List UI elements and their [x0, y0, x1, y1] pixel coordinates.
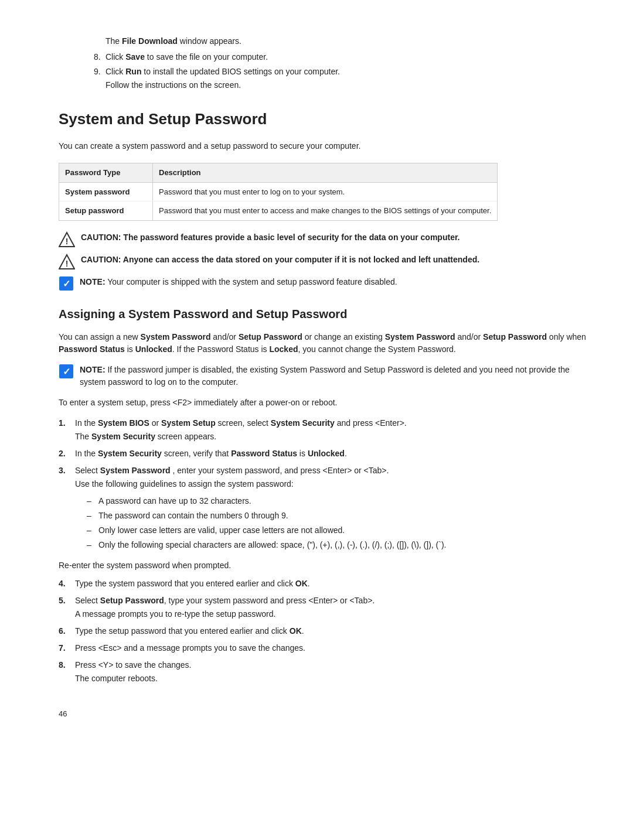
table-row-system: System password Password that you must e…	[59, 183, 497, 202]
caution-1: ! CAUTION: The password features provide…	[59, 231, 586, 248]
intro-step-9-follow: Follow the instructions on the screen.	[106, 79, 586, 91]
step-2-num: 2.	[59, 448, 66, 460]
setup-password-type: Setup password	[59, 202, 153, 220]
steps-list-2: 4. Type the system password that you ent…	[59, 578, 586, 685]
system-password-type: System password	[59, 183, 153, 202]
table-header-row: Password Type Description	[59, 163, 497, 183]
guideline-4: Only the following special characters ar…	[87, 539, 586, 551]
step-5: 5. Select Setup Password, type your syst…	[59, 595, 586, 620]
step-5-follow: A message prompts you to re-type the set…	[75, 608, 586, 620]
caution-2-text: CAUTION: Anyone can access the data stor…	[81, 254, 479, 266]
step-4: 4. Type the system password that you ent…	[59, 578, 586, 590]
svg-text:✓: ✓	[63, 367, 70, 377]
intro-step-9: Click Run to install the updated BIOS se…	[94, 66, 586, 91]
system-password-desc: Password that you must enter to log on t…	[153, 183, 497, 202]
guideline-1: A password can have up to 32 characters.	[87, 495, 586, 507]
step-8-num: 8.	[59, 659, 66, 671]
subsection-title: Assigning a System Password and Setup Pa…	[59, 305, 586, 323]
step-4-num: 4.	[59, 578, 66, 590]
svg-text:!: !	[66, 259, 69, 268]
step-3-num: 3.	[59, 465, 66, 477]
svg-text:✓: ✓	[63, 279, 70, 289]
step-6-num: 6.	[59, 625, 66, 637]
note-icon-1: ✓	[59, 276, 74, 291]
col-desc-header: Description	[153, 163, 497, 182]
note-2-text: NOTE: If the password jumper is disabled…	[80, 364, 586, 388]
note-icon-2: ✓	[59, 364, 74, 379]
caution-2: ! CAUTION: Anyone can access the data st…	[59, 254, 586, 270]
step-8-follow: The computer reboots.	[75, 672, 586, 685]
step-7: 7. Press <Esc> and a message prompts you…	[59, 642, 586, 654]
step-3: 3. Select System Password , enter your s…	[59, 465, 586, 551]
section-title: System and Setup Password	[59, 108, 586, 131]
caution-icon-1: !	[59, 231, 75, 248]
password-table: Password Type Description System passwor…	[59, 163, 498, 221]
guideline-2: The password can contain the numbers 0 t…	[87, 510, 586, 522]
step-1: 1. In the System BIOS or System Setup sc…	[59, 417, 586, 443]
subsection-intro: You can assign a new System Password and…	[59, 331, 586, 356]
note-1-text: NOTE: Your computer is shipped with the …	[80, 276, 397, 288]
step-5-num: 5.	[59, 595, 66, 607]
step-8: 8. Press <Y> to save the changes. The co…	[59, 659, 586, 685]
intro-step-8: Click Save to save the file on your comp…	[94, 51, 586, 63]
caution-icon-2: !	[59, 254, 75, 270]
svg-text:!: !	[66, 237, 69, 246]
caution-1-text: CAUTION: The password features provide a…	[81, 231, 460, 244]
table-row-setup: Setup password Password that you must en…	[59, 202, 497, 220]
step-2: 2. In the System Security screen, verify…	[59, 448, 586, 460]
step-1-follow: The System Security screen appears.	[75, 431, 586, 443]
page-number: 46	[59, 708, 586, 720]
col-type-header: Password Type	[59, 163, 153, 182]
step-7-num: 7.	[59, 642, 66, 654]
guidelines-list: A password can have up to 32 characters.…	[87, 495, 586, 551]
note-1: ✓ NOTE: Your computer is shipped with th…	[59, 276, 586, 291]
guideline-3: Only lower case letters are valid, upper…	[87, 524, 586, 537]
step-6: 6. Type the setup password that you ente…	[59, 625, 586, 637]
section-intro: You can create a system password and a s…	[59, 140, 586, 152]
step-3-follow: Use the following guidelines to assign t…	[75, 478, 586, 490]
pre-steps-text: To enter a system setup, press <F2> imme…	[59, 397, 586, 409]
intro-steps-list: Click Save to save the file on your comp…	[94, 51, 586, 91]
note-2: ✓ NOTE: If the password jumper is disabl…	[59, 364, 586, 388]
re-enter-text: Re-enter the system password when prompt…	[59, 559, 586, 572]
steps-list-1: 1. In the System BIOS or System Setup sc…	[59, 417, 586, 551]
step-1-num: 1.	[59, 417, 66, 429]
setup-password-desc: Password that you must enter to access a…	[153, 202, 497, 220]
file-download-text: The File Download window appears.	[106, 35, 586, 47]
